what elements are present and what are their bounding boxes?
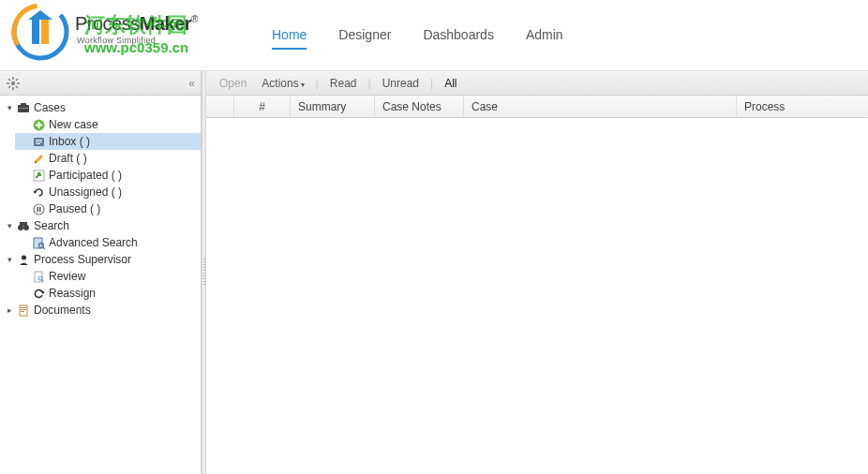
- tree-node-advanced-search[interactable]: Advanced Search: [15, 234, 201, 251]
- tree-node-new-case[interactable]: New case: [15, 116, 201, 133]
- svg-marker-4: [28, 10, 52, 20]
- separator: |: [428, 77, 435, 90]
- nav-admin[interactable]: Admin: [526, 22, 563, 50]
- separator: |: [314, 77, 321, 90]
- toolbar-actions[interactable]: Actions▾: [256, 77, 309, 90]
- svg-rect-20: [36, 141, 42, 142]
- svg-rect-15: [21, 103, 26, 106]
- toolbar-actions-label: Actions: [262, 77, 298, 90]
- expand-icon[interactable]: [4, 103, 15, 112]
- col-process[interactable]: Process: [737, 96, 868, 117]
- content-area: Open Actions▾ | Read | Unread | All # Su…: [206, 71, 868, 474]
- chevron-down-icon: ▾: [301, 81, 305, 89]
- tree-label: Inbox ( ): [49, 135, 90, 148]
- svg-rect-42: [21, 309, 26, 310]
- tree-label: Process Supervisor: [34, 253, 131, 266]
- col-hash[interactable]: #: [234, 96, 291, 117]
- documents-icon: [16, 303, 31, 318]
- tree-label: Paused ( ): [49, 202, 100, 215]
- svg-rect-19: [36, 140, 42, 141]
- search-list-icon: [31, 235, 46, 250]
- svg-rect-16: [19, 108, 28, 109]
- pencil-icon: [31, 151, 46, 166]
- cases-toolbar: Open Actions▾ | Read | Unread | All: [206, 71, 868, 96]
- tree-node-draft[interactable]: Draft ( ): [15, 150, 201, 167]
- svg-rect-3: [41, 20, 49, 44]
- svg-marker-25: [33, 190, 36, 194]
- col-summary[interactable]: Summary: [291, 96, 375, 117]
- main-layout: « Cases New case Inbox ( ) Draft ( ) Par…: [0, 70, 868, 474]
- plus-circle-icon: [31, 117, 46, 132]
- binoculars-icon: [16, 218, 31, 233]
- toolbar-unread[interactable]: Unread: [377, 77, 425, 90]
- tree-node-paused[interactable]: Paused ( ): [15, 200, 201, 217]
- document-search-icon: [31, 269, 46, 284]
- top-nav: Home Designer Dashboards Admin: [272, 22, 563, 50]
- svg-marker-39: [42, 290, 45, 294]
- processmaker-logo-icon: [11, 3, 69, 61]
- share-arrow-icon: [31, 168, 46, 183]
- pause-icon: [31, 201, 46, 216]
- svg-rect-43: [21, 311, 24, 312]
- gear-icon[interactable]: [6, 76, 21, 91]
- svg-rect-2: [32, 20, 39, 44]
- tree-label: Advanced Search: [49, 236, 138, 249]
- reassign-icon: [31, 286, 46, 301]
- nav-home[interactable]: Home: [272, 22, 307, 50]
- tree-label: Documents: [34, 304, 91, 317]
- tree-label: Reassign: [49, 287, 96, 300]
- svg-rect-21: [36, 143, 40, 144]
- grid-body: [206, 118, 868, 474]
- tree-label: Draft ( ): [49, 152, 87, 165]
- expand-icon[interactable]: [4, 255, 15, 264]
- registered-mark: ®: [191, 14, 198, 24]
- splitter-handle[interactable]: [202, 71, 206, 474]
- col-case[interactable]: Case: [464, 96, 737, 117]
- tree-node-search[interactable]: Search: [0, 217, 201, 234]
- svg-rect-41: [21, 307, 26, 308]
- brand-name: ProcessMaker®: [75, 13, 198, 35]
- nav-designer[interactable]: Designer: [338, 22, 391, 50]
- toolbar-read[interactable]: Read: [324, 77, 363, 90]
- toolbar-open: Open: [214, 77, 252, 90]
- expand-icon[interactable]: [4, 305, 15, 315]
- svg-line-13: [16, 79, 18, 81]
- sidebar: « Cases New case Inbox ( ) Draft ( ) Par…: [0, 71, 202, 474]
- svg-point-35: [22, 255, 26, 259]
- tree-node-inbox[interactable]: Inbox ( ): [15, 133, 201, 150]
- tree-node-participated[interactable]: Participated ( ): [15, 167, 201, 184]
- tree-node-review[interactable]: Review: [15, 268, 201, 285]
- tree-label: Unassigned ( ): [49, 185, 122, 199]
- tree-node-supervisor[interactable]: Process Supervisor: [0, 251, 201, 268]
- refresh-icon: [31, 185, 46, 200]
- person-icon: [16, 252, 31, 267]
- tree-label: Participated ( ): [49, 169, 122, 182]
- collapse-sidebar-icon[interactable]: «: [188, 77, 195, 90]
- col-checkbox[interactable]: [206, 96, 234, 117]
- tree-node-documents[interactable]: Documents: [0, 302, 201, 318]
- tree-label: Search: [34, 219, 69, 232]
- brand-part-a: Process: [75, 13, 140, 34]
- svg-point-26: [34, 204, 44, 215]
- app-header: ProcessMaker® Workflow Simplified 河东软件园 …: [0, 0, 868, 70]
- toolbar-all[interactable]: All: [439, 77, 462, 90]
- logo-area: ProcessMaker® Workflow Simplified 河东软件园 …: [19, 7, 234, 64]
- svg-rect-31: [20, 222, 27, 226]
- separator: |: [367, 77, 373, 90]
- grid-header: # Summary Case Notes Case Process: [206, 96, 868, 118]
- tree-node-cases[interactable]: Cases: [0, 99, 201, 116]
- tree-node-unassigned[interactable]: Unassigned ( ): [15, 184, 201, 200]
- svg-line-12: [8, 86, 10, 88]
- col-case-notes[interactable]: Case Notes: [375, 96, 464, 117]
- svg-line-34: [43, 247, 45, 249]
- tree-label: Cases: [34, 101, 66, 114]
- expand-icon[interactable]: [4, 221, 15, 230]
- svg-line-10: [8, 79, 10, 81]
- tree-label: New case: [49, 118, 98, 131]
- nav-tree: Cases New case Inbox ( ) Draft ( ) Parti…: [0, 96, 201, 474]
- tree-label: Review: [49, 270, 85, 283]
- svg-rect-40: [20, 305, 27, 316]
- svg-rect-28: [39, 207, 41, 212]
- tree-node-reassign[interactable]: Reassign: [15, 285, 201, 302]
- nav-dashboards[interactable]: Dashboards: [423, 22, 494, 50]
